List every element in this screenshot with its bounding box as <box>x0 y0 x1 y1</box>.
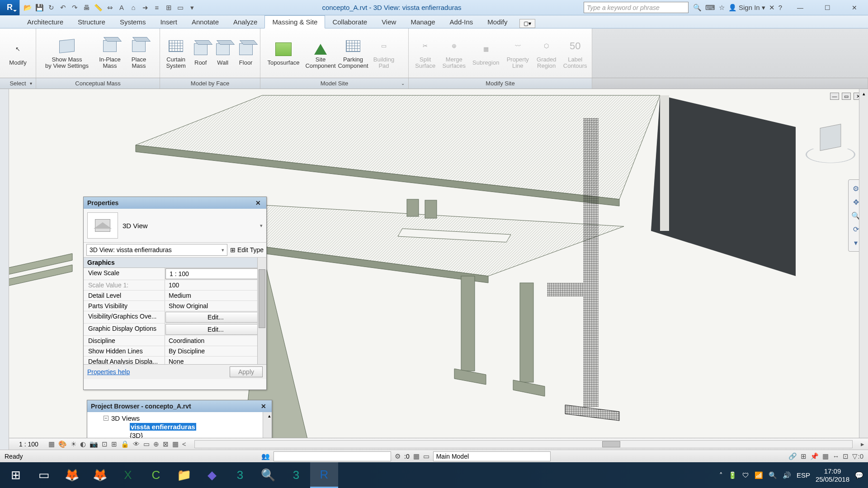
signin-button[interactable]: 👤Sign In▾ <box>728 4 765 12</box>
type-selector[interactable]: 3D View▾ <box>123 219 263 232</box>
workset-icon[interactable]: 👥 <box>261 452 270 460</box>
sun-path-icon[interactable]: ☀ <box>71 440 76 448</box>
tab-systems[interactable]: Systems <box>113 16 153 28</box>
save-icon[interactable]: 💾 <box>34 3 44 13</box>
undo-icon[interactable]: ↶ <box>58 3 68 13</box>
place-mass-button[interactable]: Place Mass <box>126 31 152 76</box>
search-icon[interactable]: 🔍 <box>693 4 702 12</box>
minimize-button[interactable]: — <box>787 0 814 15</box>
measure-icon[interactable]: 📏 <box>93 3 103 13</box>
horizontal-scrollbar[interactable] <box>194 440 853 448</box>
edit-button[interactable]: Edit... <box>165 324 266 335</box>
toposurface-button[interactable]: Toposurface <box>264 31 303 76</box>
edit-button[interactable]: Edit... <box>165 312 266 323</box>
align-icon[interactable]: ⇔ <box>105 3 115 13</box>
action-center-icon[interactable]: 💬 <box>855 471 863 479</box>
select-face-icon[interactable]: ▦ <box>822 452 829 460</box>
edit-type-button[interactable]: ⊞Edit Type <box>230 246 264 253</box>
tab-architecture[interactable]: Architecture <box>20 16 71 28</box>
cube-icon[interactable] <box>820 124 841 151</box>
scroll-right-icon[interactable]: ▸ <box>861 440 864 448</box>
tab-insert[interactable]: Insert <box>153 16 184 28</box>
main-model-combo[interactable]: Main Model <box>433 451 551 461</box>
properties-title-bar[interactable]: Properties ✕ <box>84 197 266 209</box>
shield-icon[interactable]: 🛡 <box>742 471 749 479</box>
instance-selector[interactable]: 3D View: vissta enfierraduras▾ <box>86 244 227 256</box>
battery-icon[interactable]: 🔋 <box>728 471 737 479</box>
ribbon-min-button[interactable]: ▢▾ <box>519 19 535 28</box>
collapse-icon[interactable]: − <box>104 416 108 421</box>
qat-dropdown-icon[interactable]: ▾ <box>187 3 197 13</box>
prop-value[interactable]: Show Original <box>165 301 266 311</box>
lock-icon[interactable]: 🔒 <box>121 440 129 448</box>
group-select[interactable]: Select <box>9 80 26 87</box>
prop-value[interactable]: Coordination <box>165 336 266 346</box>
curtain-system-button[interactable]: Curtain System <box>164 31 188 76</box>
view-max-icon[interactable]: ▭ <box>842 93 851 100</box>
filter-icon-2[interactable]: ▭ <box>423 452 429 460</box>
chevron-down-icon[interactable]: ⌄ <box>401 81 405 86</box>
tab-annotate[interactable]: Annotate <box>184 16 226 28</box>
firefox-icon-2[interactable]: 🦊 <box>86 462 114 488</box>
excel-icon[interactable]: X <box>114 462 142 488</box>
close-icon[interactable]: ✕ <box>254 199 263 206</box>
design-options-icon[interactable]: ▦ <box>413 452 420 460</box>
close-icon[interactable]: ✕ <box>259 403 268 410</box>
wall-button[interactable]: Wall <box>213 31 232 76</box>
section-icon[interactable]: ➜ <box>140 3 150 13</box>
print-icon[interactable]: 🖶 <box>81 3 91 13</box>
active-workset-combo[interactable] <box>274 451 391 461</box>
crop-region-icon[interactable]: ⊞ <box>111 440 117 448</box>
everything-icon[interactable]: 🔍 <box>254 462 282 488</box>
shadows-icon[interactable]: ◐ <box>80 440 86 448</box>
wifi-icon[interactable]: 📶 <box>755 471 763 479</box>
search-input[interactable]: Type a keyword or phrase <box>584 2 689 13</box>
select-underlay-icon[interactable]: ⊞ <box>801 452 807 460</box>
star-icon[interactable]: ☆ <box>719 4 725 12</box>
browser-title-bar[interactable]: Project Browser - concepto_A.rvt ✕ <box>87 400 272 412</box>
start-button[interactable]: ⊞ <box>2 462 30 488</box>
screenpresso-icon[interactable]: 🔍 <box>769 471 777 479</box>
task-view-button[interactable]: ▭ <box>30 462 58 488</box>
prop-category[interactable]: Graphics <box>84 258 266 268</box>
editable-only-icon[interactable]: ⚙ <box>395 452 401 460</box>
scroll-thumb[interactable] <box>259 269 265 328</box>
reveal-icon[interactable]: ▭ <box>143 440 150 448</box>
tab-addins[interactable]: Add-Ins <box>443 16 481 28</box>
render-icon[interactable]: 📷 <box>90 440 98 448</box>
volume-icon[interactable]: 🔊 <box>783 471 791 479</box>
filter-icon[interactable]: ▽:0 <box>852 452 863 460</box>
close-hidden-icon[interactable]: ⊞ <box>164 3 174 13</box>
text-icon[interactable]: A <box>117 3 127 13</box>
select-pinned-icon[interactable]: 📌 <box>810 452 819 460</box>
modify-button[interactable]: ↖Modify <box>4 31 32 76</box>
prop-value[interactable]: Medium <box>165 291 266 300</box>
show-mass-button[interactable]: Show Mass by View Settings <box>40 31 94 76</box>
site-component-button[interactable]: Site Component <box>306 31 335 76</box>
tab-manage[interactable]: Manage <box>403 16 442 28</box>
drag-elements-icon[interactable]: ↔ <box>832 452 839 460</box>
language-indicator[interactable]: ESP <box>797 471 810 479</box>
3dsmax-icon[interactable]: 3 <box>226 462 254 488</box>
inplace-mass-button[interactable]: In-Place Mass <box>97 31 123 76</box>
apply-button[interactable]: Apply <box>230 366 263 377</box>
3dsmax-icon-2[interactable]: 3 <box>282 462 310 488</box>
crop-icon[interactable]: ⊡ <box>102 440 108 448</box>
explorer-icon[interactable]: 📁 <box>170 462 198 488</box>
view-cube[interactable] <box>806 116 855 166</box>
tab-collaborate[interactable]: Collaborate <box>325 16 374 28</box>
3d-canvas[interactable]: — ▭ ✕ ⚙ ✥ 🔍 ⟳ ▾ Properties ✕ <box>9 89 868 450</box>
scrollbar[interactable] <box>257 258 266 364</box>
tree-node-3dviews[interactable]: −3D Views <box>90 414 269 422</box>
view-min-icon[interactable]: — <box>830 93 839 100</box>
prop-value[interactable]: By Discipline <box>165 346 266 356</box>
scroll-up-icon[interactable]: ▴ <box>268 413 271 419</box>
select-links-icon[interactable]: 🔗 <box>788 452 797 460</box>
open-icon[interactable]: 📂 <box>23 3 33 13</box>
tray-up-icon[interactable]: ˄ <box>719 471 723 479</box>
vertical-scrollbar[interactable]: ▴ <box>859 89 868 438</box>
3d-icon[interactable]: ⌂ <box>128 3 138 13</box>
tab-analyze[interactable]: Analyze <box>226 16 264 28</box>
firefox-icon[interactable]: 🦊 <box>58 462 86 488</box>
help-icon[interactable]: ? <box>778 4 782 11</box>
